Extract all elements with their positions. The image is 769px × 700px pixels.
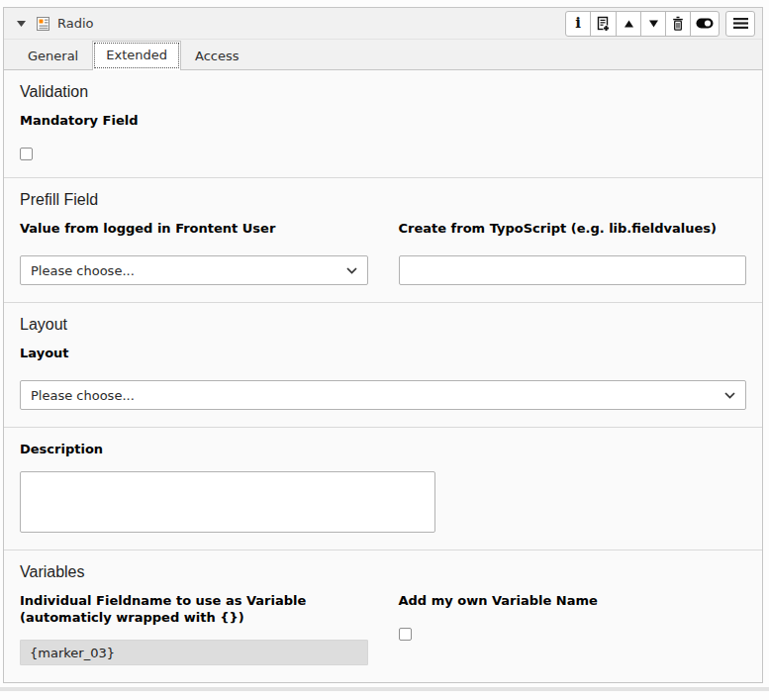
- validation-heading: Validation: [20, 83, 746, 101]
- new-element-after-button[interactable]: [590, 11, 617, 37]
- visibility-toggle-button[interactable]: [690, 11, 720, 37]
- field-toolbar: i: [565, 11, 755, 37]
- frontend-user-select[interactable]: Please choose...: [20, 255, 368, 285]
- toggle-on-icon: [696, 18, 714, 29]
- layout-heading: Layout: [20, 316, 746, 334]
- tab-access[interactable]: Access: [181, 42, 253, 70]
- variables-heading: Variables: [20, 563, 746, 581]
- variables-own-name-column: Add my own Variable Name: [399, 592, 747, 665]
- variables-fieldname-column: Individual Fieldname to use as Variable …: [20, 592, 368, 665]
- fieldname-variable-label-line1: Individual Fieldname to use as Variable: [20, 593, 306, 608]
- tab-extended[interactable]: Extended: [92, 41, 181, 70]
- layout-label: Layout: [20, 345, 746, 361]
- arrow-down-icon: [648, 20, 659, 28]
- arrow-up-icon: [624, 20, 634, 28]
- typoscript-input[interactable]: [399, 255, 747, 285]
- frontend-user-label: Value from logged in Frontent User: [20, 220, 368, 237]
- mandatory-field-checkbox[interactable]: [20, 148, 33, 160]
- layout-select-value: Please choose...: [31, 388, 135, 403]
- info-button[interactable]: i: [565, 11, 591, 37]
- options-menu-button[interactable]: [725, 11, 755, 37]
- own-variable-name-label: Add my own Variable Name: [399, 592, 747, 609]
- prefill-heading: Prefill Field: [20, 191, 746, 209]
- tabbar: General Extended Access: [4, 40, 762, 70]
- trash-icon: [671, 16, 685, 32]
- move-up-button[interactable]: [616, 11, 641, 37]
- section-variables: Variables Individual Fieldname to use as…: [4, 550, 762, 682]
- section-prefill-field: Prefill Field Value from logged in Front…: [4, 178, 762, 303]
- tab-general[interactable]: General: [14, 42, 92, 70]
- delete-button[interactable]: [665, 11, 691, 37]
- prefill-typoscript-column: Create from TypoScript (e.g. lib.fieldva…: [399, 220, 747, 285]
- panel-header: Radio i: [4, 8, 762, 40]
- next-element-edge: [0, 687, 769, 691]
- info-icon: i: [575, 16, 581, 31]
- description-textarea[interactable]: [20, 471, 435, 533]
- chevron-down-icon: [724, 392, 735, 399]
- mandatory-field-label: Mandatory Field: [20, 112, 746, 129]
- section-validation: Validation Mandatory Field: [4, 70, 762, 178]
- chevron-down-icon: [346, 267, 357, 274]
- move-down-button[interactable]: [640, 11, 666, 37]
- hamburger-menu-icon: [733, 18, 748, 29]
- prefill-frontend-user-column: Value from logged in Frontent User Pleas…: [20, 220, 368, 285]
- own-variable-name-checkbox[interactable]: [399, 628, 412, 641]
- content-element-icon: [36, 16, 50, 32]
- fieldname-variable-input: [20, 640, 368, 665]
- field-title: Radio: [57, 16, 94, 31]
- description-label: Description: [20, 441, 746, 457]
- fieldname-variable-label-line2: (automaticly wrapped with {}): [20, 610, 244, 625]
- collapse-toggle-button[interactable]: [13, 19, 30, 29]
- section-description: Description: [4, 428, 762, 550]
- section-layout: Layout Layout Please choose...: [4, 303, 762, 428]
- caret-down-icon: [17, 21, 26, 27]
- typoscript-label: Create from TypoScript (e.g. lib.fieldva…: [399, 220, 747, 237]
- layout-select[interactable]: Please choose...: [20, 380, 746, 410]
- mask-field-panel: Radio i: [3, 7, 763, 683]
- frontend-user-select-value: Please choose...: [31, 263, 135, 278]
- document-plus-icon: [596, 16, 611, 32]
- fieldname-variable-label: Individual Fieldname to use as Variable …: [20, 592, 368, 626]
